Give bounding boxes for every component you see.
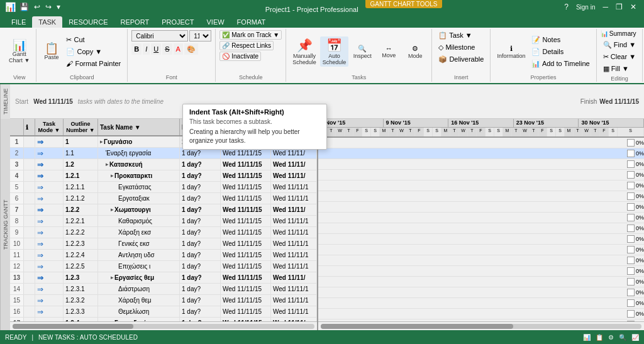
undo-qat-btn[interactable]: ↩: [33, 3, 42, 11]
font-size-select[interactable]: 11: [189, 30, 211, 42]
add-to-timeline-btn[interactable]: 📊 Add to Timeline: [529, 58, 592, 69]
table-row[interactable]: 3 ⇒ 1.2 ▸Κατασκευή 1 day? Wed 11/11/15 W…: [10, 159, 317, 170]
table-row[interactable]: 5 ⇒ 1.2.1.1 Εγκατάστας 1 day? Wed 11/11/…: [10, 182, 317, 193]
chart-scrollbar-track[interactable]: [321, 324, 641, 329]
table-row[interactable]: 13 ⇒ 1.2.3 ▸Εργασίες θεμ 1 day? Wed 11/1…: [10, 272, 317, 284]
gantt-h-scrollbar[interactable]: [10, 321, 317, 330]
tab-format[interactable]: FORMAT: [231, 16, 272, 28]
finish-4: Wed 11/11/: [271, 170, 317, 181]
status-icon-1[interactable]: 📊: [583, 334, 591, 341]
copy-btn[interactable]: 📄 Copy ▼: [64, 47, 123, 57]
tab-resource[interactable]: RESOURCE: [62, 16, 114, 28]
outline-15: 1.2.3.2: [64, 295, 98, 306]
task-mode-7: ⇒: [35, 204, 64, 215]
italic-btn[interactable]: I: [143, 43, 150, 55]
save-qat-btn[interactable]: 💾: [18, 3, 30, 11]
information-btn[interactable]: ℹ Information: [494, 43, 528, 60]
pct-checkbox-4: [627, 171, 635, 179]
collapse-13[interactable]: ▸: [111, 275, 113, 280]
timeline-finish: Finish Wed 11/11/15: [580, 98, 639, 105]
finish-9: Wed 11/11/1: [271, 227, 317, 238]
table-row[interactable]: 15 ⇒ 1.2.3.2 Χάραξη θεμ 1 day? Wed 11/11…: [10, 295, 317, 306]
font-color-btn[interactable]: A: [174, 43, 183, 55]
table-row[interactable]: 10 ⇒ 1.2.2.3 Γενικές εκσ 1 day? Wed 11/1…: [10, 238, 317, 250]
tab-file[interactable]: FILE: [5, 16, 32, 28]
scrollbar-thumb[interactable]: [13, 324, 133, 329]
header-task-name[interactable]: Task Name ▼: [98, 119, 180, 135]
status-icon-2[interactable]: 📋: [596, 334, 603, 341]
status-separator: |: [31, 334, 33, 341]
ribbon-group-properties: ℹ Information 📝 Notes 📄 Details 📊 Add to…: [491, 29, 596, 82]
clipboard-group-label: Clipboard: [70, 74, 94, 80]
table-row[interactable]: 12 ⇒ 1.2.2.5 Επιχώσεις ι 1 day? Wed 11/1…: [10, 261, 317, 272]
inspect-btn[interactable]: 🔍 Inspect: [350, 43, 375, 60]
chart-day: M: [380, 128, 389, 136]
collapse-1[interactable]: ▸: [100, 139, 103, 145]
status-icon-4[interactable]: 🔍: [619, 334, 626, 341]
redo-qat-btn[interactable]: ↪: [44, 3, 53, 11]
gantt-chart-btn[interactable]: 📊 GanttChart ▼: [6, 38, 32, 65]
deliverable-btn[interactable]: 📦 Deliverable: [436, 54, 486, 65]
highlight-btn[interactable]: 🎨: [184, 43, 198, 55]
info-cell-9: [24, 227, 35, 238]
status-icon-3[interactable]: ⚙: [608, 334, 614, 341]
mark-on-track-btn[interactable]: ✅ Mark on Track ▼: [219, 30, 282, 40]
table-row[interactable]: 11 ⇒ 1.2.2.4 Αντληση υδσ 1 day? Wed 11/1…: [10, 250, 317, 261]
chart-row: 0%: [318, 255, 644, 266]
table-row[interactable]: 8 ⇒ 1.2.2.1 Καθαρισμός 1 day? Wed 11/11/…: [10, 216, 317, 227]
notes-btn[interactable]: 📝 Notes: [529, 35, 592, 45]
table-row[interactable]: 6 ⇒ 1.2.1.2 Εργοταξιακ 1 day? Wed 11/11/…: [10, 193, 317, 204]
gantt-body: 1 ⇒ 1 ▸Γυμνάσιο 1 day? Wed 11/11/15 Wed …: [10, 136, 317, 321]
details-btn[interactable]: 📄 Details: [529, 47, 592, 57]
tooltip-sub: This task becomes a subtask.: [189, 118, 320, 125]
task-name-6: Εργοταξιακ: [98, 193, 180, 204]
auto-mode-icon-9: ⇒: [37, 228, 43, 237]
fill-btn[interactable]: ▦ Fill ▼: [601, 64, 631, 74]
status-icon-5[interactable]: 📈: [631, 334, 639, 341]
paste-btn[interactable]: 📋 Paste: [40, 42, 62, 62]
more-qat-btn[interactable]: ▾: [55, 3, 62, 11]
tab-report[interactable]: REPORT: [114, 16, 156, 28]
finish-5: Wed 11/11/1: [271, 182, 317, 192]
inactivate-btn[interactable]: 🚫 Inactivate: [219, 52, 261, 61]
auto-schedule-btn[interactable]: 📅 AutoSchedule: [320, 36, 349, 67]
clear-btn[interactable]: ✂ Clear ▼: [601, 52, 638, 62]
table-row[interactable]: 9 ⇒ 1.2.2.2 Χάραξη εκσ 1 day? Wed 11/11/…: [10, 227, 317, 238]
milestone-btn[interactable]: ◇ Milestone: [436, 42, 477, 53]
table-row[interactable]: 4 ⇒ 1.2.1 ▸Προκαταρκτι 1 day? Wed 11/11/…: [10, 170, 317, 182]
task-insert-btn[interactable]: 📋 Task ▼: [436, 30, 474, 41]
respect-links-btn[interactable]: 🔗 Respect Links: [219, 41, 274, 50]
header-info[interactable]: ℹ: [24, 119, 35, 135]
strikethrough-btn[interactable]: S: [162, 43, 172, 55]
pct-text-15: 0%: [636, 289, 644, 296]
properties-group-label: Properties: [531, 74, 557, 80]
chart-header: 4 Nov '15 9 Nov '15 16 Nov '15 23 Nov '1…: [318, 119, 644, 138]
table-row[interactable]: 7 ⇒ 1.2.2 ▸Χωματουργι 1 day? Wed 11/11/1…: [10, 204, 317, 216]
collapse-7[interactable]: ▸: [111, 207, 113, 213]
header-outline[interactable]: Outline Number ▼: [64, 119, 98, 135]
view-group-label: View: [13, 74, 25, 80]
font-family-select[interactable]: Calibri: [131, 30, 188, 42]
table-row[interactable]: 14 ⇒ 1.2.3.1 Διάστρωση 1 day? Wed 11/11/…: [10, 284, 317, 295]
mode-btn[interactable]: ⚙ Mode: [402, 43, 428, 60]
bold-btn[interactable]: B: [131, 43, 142, 55]
chart-scrollbar-thumb[interactable]: [321, 324, 513, 329]
tab-project[interactable]: PROJECT: [155, 16, 200, 28]
underline-btn[interactable]: U: [151, 43, 161, 55]
manually-schedule-btn[interactable]: 📌 ManuallySchedule: [290, 36, 319, 67]
cut-btn[interactable]: ✂ Cut: [64, 35, 123, 45]
tab-view[interactable]: VIEW: [200, 16, 230, 28]
task-mode-5: ⇒: [35, 182, 64, 192]
info-cell-8: [24, 216, 35, 226]
header-task-mode[interactable]: Task Mode ▼: [35, 119, 64, 135]
auto-mode-icon-8: ⇒: [37, 217, 43, 226]
move-btn[interactable]: ↔ Move: [376, 43, 401, 60]
chart-h-scrollbar[interactable]: [318, 321, 644, 330]
collapse-4[interactable]: ▸: [111, 173, 113, 179]
scrollbar-track[interactable]: [13, 324, 314, 329]
collapse-3[interactable]: ▸: [106, 162, 108, 167]
format-painter-btn[interactable]: 🖌 Format Painter: [64, 58, 123, 69]
table-row[interactable]: 16 ⇒ 1.2.3.3 Θεμελίωση 1 day? Wed 11/11/…: [10, 306, 317, 318]
tab-task[interactable]: TASK: [32, 16, 62, 28]
find-btn[interactable]: 🔍 Find ▼: [601, 40, 638, 50]
